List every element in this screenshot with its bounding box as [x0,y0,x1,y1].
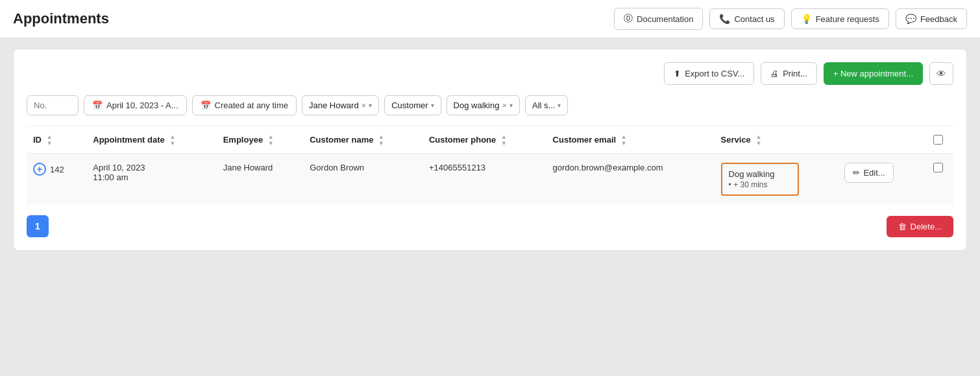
appointments-card: ⬆ Export to CSV... 🖨 Print... + New appo… [13,49,967,251]
employee-filter-clear[interactable]: × [361,100,367,110]
export-icon: ⬆ [674,69,681,78]
page-title: Appointments [13,10,607,27]
cell-date: April 10, 2023 11:00 am [86,154,216,206]
service-filter-clear[interactable]: × [502,100,507,110]
sort-service[interactable]: ▲▼ [755,134,761,147]
col-service: Service ▲▼ [715,126,839,154]
col-customer-phone: Customer phone ▲▼ [423,126,546,154]
phone-icon: 📞 [719,14,730,24]
employee-filter[interactable]: Jane Howard × ▾ [302,95,379,115]
filters-bar: 📅 April 10, 2023 - A... 📅 Created at any… [27,95,953,115]
edit-icon: ✏ [853,168,860,178]
documentation-icon: ⓪ [624,13,633,25]
col-employee: Employee ▲▼ [217,126,304,154]
cell-id: + 142 [27,154,86,206]
id-filter-input[interactable] [27,95,79,115]
expand-row-button[interactable]: + [33,163,46,176]
lightbulb-icon: 💡 [801,14,812,24]
print-icon: 🖨 [770,69,779,78]
main-content: ⬆ Export to CSV... 🖨 Print... + New appo… [0,38,980,376]
cell-employee: Jane Howard [217,154,304,206]
documentation-button[interactable]: ⓪ Documentation [614,8,703,30]
select-all-checkbox[interactable] [933,135,943,145]
cell-customer-name: Gordon Brown [303,154,423,206]
footer-bar: 1 🗑 Delete... [27,215,953,237]
contact-us-button[interactable]: 📞 Contact us [709,8,784,29]
service-filter[interactable]: Dog walking × ▾ [447,95,520,115]
col-id: ID ▲▼ [27,126,86,154]
service-filter-arrow: ▾ [509,102,513,109]
created-filter-button[interactable]: 📅 Created at any time [192,95,297,115]
delete-button[interactable]: 🗑 Delete... [887,216,953,237]
col-checkbox-header [922,126,953,154]
chat-icon: 💬 [905,14,916,24]
cell-customer-phone: +14065551213 [423,154,546,206]
sort-employee[interactable]: ▲▼ [268,134,274,147]
feature-requests-button[interactable]: 💡 Feature requests [791,8,889,29]
sort-date[interactable]: ▲▼ [169,134,175,147]
col-customer-email: Customer email ▲▼ [546,126,715,154]
sort-id[interactable]: ▲▼ [47,134,53,147]
col-actions [838,126,922,154]
service-highlight: Dog walking • + 30 mins [721,163,799,196]
cell-checkbox [922,154,953,206]
col-date: Appointment date ▲▼ [86,126,216,154]
print-button[interactable]: 🖨 Print... [761,62,817,85]
table-row: + 142 April 10, 2023 11:00 am Jane Howar… [27,154,953,206]
calendar-icon: 📅 [92,100,103,110]
toolbar: ⬆ Export to CSV... 🖨 Print... + New appo… [27,62,953,85]
sort-customer-phone[interactable]: ▲▼ [501,134,507,147]
col-customer-name: Customer name ▲▼ [303,126,423,154]
date-filter-button[interactable]: 📅 April 10, 2023 - A... [84,95,187,115]
page-1-button[interactable]: 1 [27,215,49,237]
edit-button[interactable]: ✏ Edit... [844,163,893,183]
cell-customer-email: gordon.brown@example.com [546,154,715,206]
new-appointment-button[interactable]: + New appointment... [824,62,923,85]
view-toggle-button[interactable]: 👁 [929,62,953,85]
calendar2-icon: 📅 [201,100,211,110]
top-bar: Appointments ⓪ Documentation 📞 Contact u… [0,0,980,38]
sort-customer-email[interactable]: ▲▼ [621,134,627,147]
export-csv-button[interactable]: ⬆ Export to CSV... [664,62,754,85]
row-checkbox[interactable] [933,163,943,172]
status-filter-arrow: ▾ [557,102,561,109]
cell-service: Dog walking • + 30 mins [715,154,839,206]
employee-filter-arrow: ▾ [369,102,372,109]
feedback-button[interactable]: 💬 Feedback [896,8,967,29]
eye-icon: 👁 [937,68,946,79]
appointments-table: ID ▲▼ Appointment date ▲▼ Employee ▲▼ Cu… [27,126,953,205]
customer-filter[interactable]: Customer ▾ [384,95,441,115]
customer-filter-arrow: ▾ [431,102,434,109]
trash-icon: 🗑 [898,222,907,231]
sort-customer-name[interactable]: ▲▼ [378,134,384,147]
cell-edit: ✏ Edit... [838,154,922,206]
status-filter[interactable]: All s... ▾ [525,95,568,115]
